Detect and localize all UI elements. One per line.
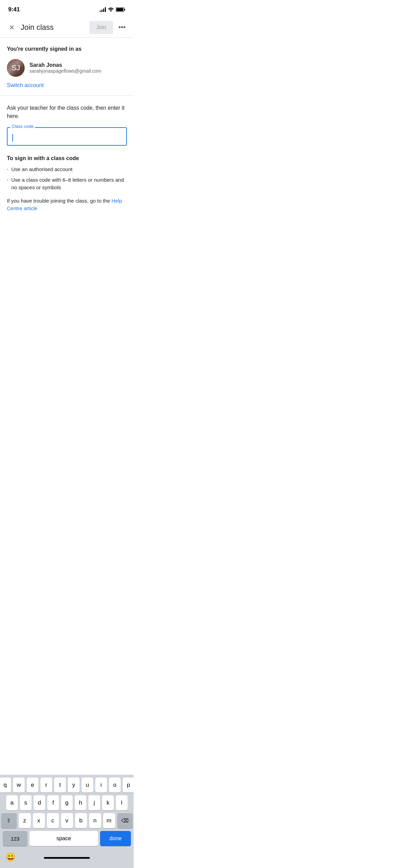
bullet-dot-1: · [7, 166, 9, 173]
status-icons [100, 7, 125, 12]
svg-rect-2 [124, 9, 125, 11]
avatar-image: SJ [7, 59, 25, 77]
account-name: Sarah Jonas [29, 62, 101, 68]
bullet-item-1: · Use an authorised account [7, 166, 127, 173]
text-cursor [12, 134, 13, 142]
class-code-input[interactable] [7, 127, 127, 146]
switch-account-link[interactable]: Switch account [7, 82, 127, 88]
account-info: Sarah Jonas sarahjonaspageflows@gmail.co… [29, 62, 101, 74]
account-email: sarahjonaspageflows@gmail.com [29, 68, 101, 74]
main-content: You're currently signed in as SJ Sarah J… [0, 38, 134, 218]
signal-icon [100, 7, 106, 12]
status-bar: 9:41 [0, 0, 134, 17]
bullet-text-2: Use a class code with 6–8 letters or num… [11, 176, 127, 192]
svg-rect-3 [117, 8, 123, 11]
wifi-icon [108, 7, 114, 12]
more-button[interactable]: ••• [116, 21, 128, 34]
help-text: If you have trouble joining the class, g… [7, 197, 127, 213]
help-prefix: If you have trouble joining the class, g… [7, 198, 111, 204]
status-time: 9:41 [8, 6, 20, 13]
avatar: SJ [7, 59, 25, 77]
divider [0, 95, 134, 96]
bullet-list: · Use an authorised account · Use a clas… [7, 166, 127, 192]
account-row: SJ Sarah Jonas sarahjonaspageflows@gmail… [7, 59, 127, 77]
page-title: Join class [21, 23, 89, 32]
class-code-wrapper: Class code [7, 127, 127, 146]
instructions-title: To sign in with a class code [7, 155, 127, 161]
battery-icon [116, 7, 125, 12]
signed-in-label: You're currently signed in as [7, 46, 127, 52]
svg-point-0 [110, 11, 111, 12]
header: ✕ Join class Join ••• [0, 17, 134, 38]
join-button[interactable]: Join [89, 21, 113, 34]
input-label: Class code [10, 124, 35, 129]
instruction-text: Ask your teacher for the class code, the… [7, 104, 127, 120]
bullet-text-1: Use an authorised account [11, 166, 72, 173]
bullet-item-2: · Use a class code with 6–8 letters or n… [7, 176, 127, 192]
close-button[interactable]: ✕ [5, 21, 18, 34]
bullet-dot-2: · [7, 176, 9, 184]
